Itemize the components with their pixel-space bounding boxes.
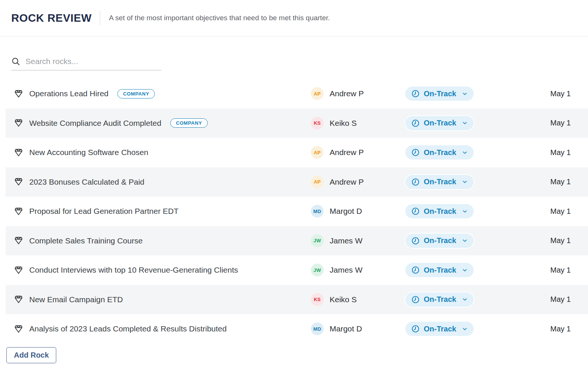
chevron-down-icon[interactable] — [462, 326, 468, 332]
status-cell: On-Track — [405, 292, 482, 307]
due-date: May 1 — [482, 325, 571, 333]
chevron-down-icon[interactable] — [462, 120, 468, 126]
owner-name: James W — [330, 236, 363, 245]
page-title: ROCK REVIEW — [11, 12, 92, 24]
rock-title: Complete Sales Training Course — [29, 236, 142, 245]
clock-icon — [411, 178, 420, 187]
rock-title: Conduct Interviews with top 10 Revenue-G… — [29, 266, 238, 275]
owner-name: Andrew P — [330, 89, 364, 98]
status-cell: On-Track — [405, 86, 482, 101]
rock-title: New Accounting Software Chosen — [29, 148, 148, 157]
avatar: AP — [311, 146, 324, 159]
status-cell: On-Track — [405, 233, 482, 249]
rock-title: 2023 Bonuses Calculated & Paid — [29, 178, 144, 187]
header-divider — [100, 11, 100, 25]
status-pill[interactable]: On-Track — [405, 145, 474, 160]
owner-cell: KS Keiko S — [311, 293, 405, 306]
owner-name: Andrew P — [330, 148, 364, 157]
diamond-icon — [14, 265, 24, 275]
status-cell: On-Track — [405, 145, 482, 160]
due-date: May 1 — [482, 295, 571, 304]
rock-main-cell: New Email Campaign ETD — [14, 294, 311, 304]
diamond-icon — [14, 148, 24, 158]
status-pill[interactable]: On-Track — [405, 203, 474, 219]
owner-name: Margot D — [330, 324, 362, 333]
rock-main-cell: Analysis of 2023 Leads Completed & Resul… — [14, 324, 311, 334]
rock-title: Website Compliance Audit Completed — [29, 119, 161, 128]
search-input[interactable] — [26, 52, 161, 70]
rock-title: Analysis of 2023 Leads Completed & Resul… — [29, 324, 226, 333]
clock-icon — [411, 119, 420, 128]
status-pill[interactable]: On-Track — [405, 262, 474, 278]
chevron-down-icon[interactable] — [462, 208, 468, 215]
rock-row[interactable]: New Accounting Software Chosen AP Andrew… — [6, 138, 588, 167]
clock-icon — [411, 148, 420, 157]
rock-row[interactable]: Website Compliance Audit Completed COMPA… — [6, 109, 588, 138]
rock-row[interactable]: Analysis of 2023 Leads Completed & Resul… — [6, 314, 588, 344]
search-icon — [11, 57, 20, 66]
diamond-icon — [14, 236, 24, 246]
rock-title: Operations Lead Hired — [29, 89, 108, 98]
chevron-down-icon[interactable] — [462, 91, 468, 97]
status-pill[interactable]: On-Track — [405, 174, 474, 190]
chevron-down-icon[interactable] — [462, 237, 468, 244]
rock-row[interactable]: Operations Lead Hired COMPANY AP Andrew … — [6, 79, 588, 109]
status-label: On-Track — [424, 178, 456, 186]
chevron-down-icon[interactable] — [462, 296, 468, 303]
due-date: May 1 — [482, 236, 571, 245]
status-cell: On-Track — [405, 203, 482, 219]
status-pill[interactable]: On-Track — [405, 86, 474, 101]
clock-icon — [411, 207, 420, 216]
clock-icon — [411, 324, 420, 333]
page-subtitle: A set of the most important objectives t… — [109, 14, 330, 22]
avatar: MD — [311, 322, 324, 335]
status-pill[interactable]: On-Track — [405, 292, 474, 307]
rock-main-cell: Complete Sales Training Course — [14, 236, 311, 246]
status-label: On-Track — [424, 295, 456, 304]
owner-name: Keiko S — [330, 295, 357, 304]
status-label: On-Track — [424, 90, 456, 98]
avatar: KS — [311, 293, 324, 306]
diamond-icon — [14, 177, 24, 187]
rock-main-cell: 2023 Bonuses Calculated & Paid — [14, 177, 311, 187]
chevron-down-icon[interactable] — [462, 149, 468, 156]
due-date: May 1 — [482, 207, 571, 216]
due-date: May 1 — [482, 178, 571, 186]
add-rock-button[interactable]: Add Rock — [6, 347, 56, 363]
rock-main-cell: Conduct Interviews with top 10 Revenue-G… — [14, 265, 311, 275]
clock-icon — [411, 236, 420, 245]
status-cell: On-Track — [405, 262, 482, 278]
owner-cell: JW James W — [311, 264, 405, 276]
clock-icon — [411, 89, 420, 98]
status-cell: On-Track — [405, 174, 482, 190]
rock-main-cell: Website Compliance Audit Completed COMPA… — [14, 118, 311, 128]
rock-row[interactable]: 2023 Bonuses Calculated & Paid AP Andrew… — [6, 167, 588, 197]
status-pill[interactable]: On-Track — [405, 321, 474, 337]
rock-main-cell: New Accounting Software Chosen — [14, 148, 311, 158]
status-label: On-Track — [424, 236, 456, 245]
diamond-icon — [14, 118, 24, 128]
rock-main-cell: Proposal for Lead Generation Partner EDT — [14, 206, 311, 216]
rock-row[interactable]: New Email Campaign ETD KS Keiko S On-Tra… — [6, 285, 588, 315]
chevron-down-icon[interactable] — [462, 267, 468, 273]
owner-name: Margot D — [330, 207, 362, 216]
chevron-down-icon[interactable] — [462, 179, 468, 185]
status-label: On-Track — [424, 207, 456, 216]
avatar: MD — [311, 205, 324, 218]
status-pill[interactable]: On-Track — [405, 115, 474, 131]
avatar: JW — [311, 264, 324, 276]
company-badge: COMPANY — [170, 118, 208, 128]
due-date: May 1 — [482, 90, 571, 98]
status-cell: On-Track — [405, 115, 482, 131]
due-date: May 1 — [482, 119, 571, 127]
owner-cell: JW James W — [311, 234, 405, 247]
owner-cell: AP Andrew P — [311, 87, 405, 100]
rock-row[interactable]: Proposal for Lead Generation Partner EDT… — [6, 197, 588, 226]
rock-row[interactable]: Conduct Interviews with top 10 Revenue-G… — [6, 255, 588, 285]
diamond-icon — [14, 324, 24, 334]
owner-cell: KS Keiko S — [311, 117, 405, 130]
status-label: On-Track — [424, 325, 456, 333]
owner-cell: AP Andrew P — [311, 176, 405, 188]
status-pill[interactable]: On-Track — [405, 233, 474, 249]
rock-row[interactable]: Complete Sales Training Course JW James … — [6, 226, 588, 256]
